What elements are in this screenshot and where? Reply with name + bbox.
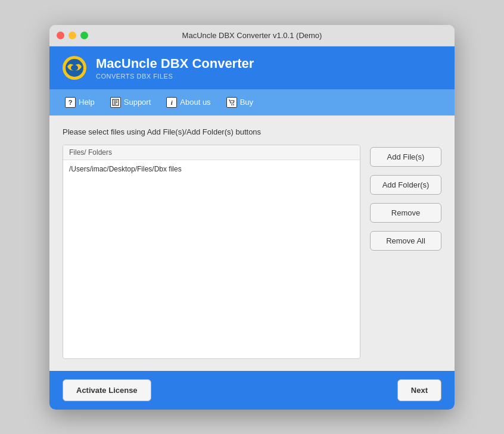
nav-bar: ? Help Support i About us Buy [49, 89, 455, 115]
nav-buy[interactable]: Buy [220, 94, 259, 111]
app-subtitle: CONVERTS DBX FILES [96, 73, 254, 80]
svg-point-8 [233, 104, 234, 105]
svg-rect-5 [114, 102, 117, 102]
add-folder-button[interactable]: Add Folder(s) [370, 175, 441, 195]
close-button[interactable] [57, 32, 64, 39]
window-controls [57, 32, 88, 39]
nav-about[interactable]: i About us [160, 94, 216, 111]
buy-icon [226, 97, 237, 108]
app-header-text: MacUncle DBX Converter CONVERTS DBX FILE… [96, 56, 254, 80]
help-icon: ? [65, 97, 76, 108]
file-path: /Users/imac/Desktop/Files/Dbx files [69, 165, 182, 173]
files-panel-body: /Users/imac/Desktop/Files/Dbx files [63, 160, 360, 178]
content-area: Files/ Folders /Users/imac/Desktop/Files… [63, 145, 441, 359]
add-files-button[interactable]: Add File(s) [370, 147, 441, 167]
remove-button[interactable]: Remove [370, 203, 441, 223]
nav-buy-label: Buy [240, 98, 253, 107]
nav-support[interactable]: Support [104, 94, 157, 111]
files-panel: Files/ Folders /Users/imac/Desktop/Files… [63, 145, 360, 359]
remove-all-button[interactable]: Remove All [370, 231, 441, 251]
app-window: MacUncle DBX Converter v1.0.1 (Demo) Mac… [49, 25, 455, 410]
nav-support-label: Support [124, 98, 151, 107]
next-button[interactable]: Next [397, 379, 441, 401]
app-header: MacUncle DBX Converter CONVERTS DBX FILE… [49, 46, 455, 89]
activate-license-button[interactable]: Activate License [63, 379, 151, 401]
nav-about-label: About us [180, 98, 210, 107]
bottom-bar: Activate License Next [49, 371, 455, 410]
svg-rect-6 [114, 104, 116, 104]
app-logo-icon [61, 55, 88, 81]
window-title: MacUncle DBX Converter v1.0.1 (Demo) [182, 31, 322, 40]
main-content: Please select files using Add File(s)/Ad… [49, 115, 455, 371]
files-panel-header: Files/ Folders [63, 145, 360, 160]
maximize-button[interactable] [80, 32, 88, 39]
svg-rect-4 [114, 101, 117, 101]
nav-help[interactable]: ? Help [59, 94, 101, 111]
instruction-text: Please select files using Add File(s)/Ad… [63, 127, 441, 136]
nav-help-label: Help [79, 98, 95, 107]
about-icon: i [166, 97, 177, 108]
minimize-button[interactable] [69, 32, 76, 39]
app-name: MacUncle DBX Converter [96, 56, 254, 71]
title-bar: MacUncle DBX Converter v1.0.1 (Demo) [49, 25, 455, 46]
svg-point-7 [231, 104, 232, 105]
svg-point-2 [71, 65, 78, 71]
support-icon [110, 97, 121, 108]
buttons-panel: Add File(s) Add Folder(s) Remove Remove … [370, 145, 441, 359]
